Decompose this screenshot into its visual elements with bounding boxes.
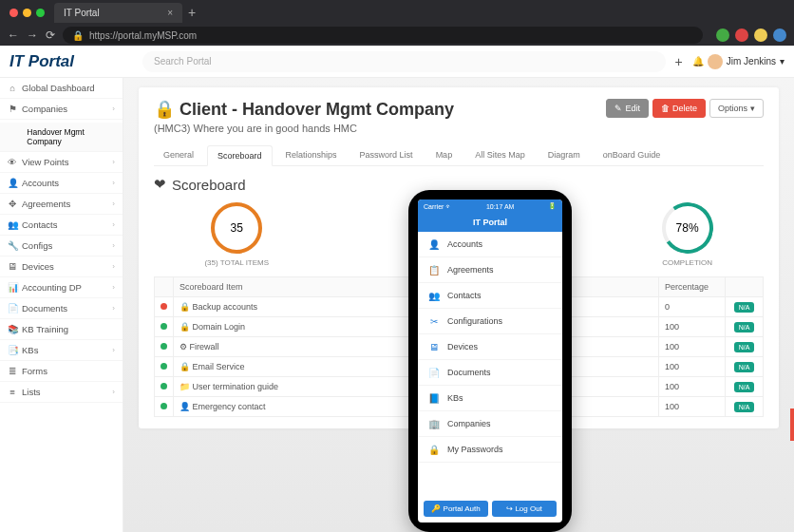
edit-button[interactable]: ✎ Edit: [606, 99, 649, 118]
sidebar-label: Agreements: [22, 199, 70, 209]
address-bar[interactable]: 🔒 https://portal.myMSP.com: [63, 27, 703, 44]
sidebar-item[interactable]: ≡Lists›: [0, 382, 123, 403]
tab-all-sites-map[interactable]: All Sites Map: [465, 145, 535, 165]
sidebar-item[interactable]: 📚KB Training: [0, 319, 123, 340]
sidebar-item[interactable]: 👥Contacts›: [0, 215, 123, 236]
percentage-cell: 100: [659, 337, 726, 357]
sidebar-item[interactable]: 📑KBs›: [0, 340, 123, 361]
tab-diagram[interactable]: Diagram: [539, 145, 590, 165]
chevron-right-icon: ›: [112, 241, 115, 250]
chevron-right-icon: ›: [112, 283, 115, 292]
user-menu[interactable]: 🔔 Jim Jenkins ▾: [692, 54, 785, 69]
search-placeholder: Search Portal: [154, 56, 212, 66]
sidebar-item[interactable]: 🔧Configs›: [0, 236, 123, 256]
chevron-right-icon: ›: [112, 304, 115, 313]
sidebar-label: Devices: [22, 261, 54, 272]
sidebar-item[interactable]: 📄Documents›: [0, 298, 123, 319]
phone-menu-item[interactable]: 🔒My Passwords: [418, 437, 562, 463]
sidebar-item[interactable]: 🖥Devices›: [0, 256, 123, 277]
phone-menu-list: 👤Accounts📋Agreements👥Contacts✂Configurat…: [418, 232, 562, 495]
sidebar-item[interactable]: ≣Forms: [0, 361, 123, 382]
avatar: [708, 54, 723, 69]
sidebar-icon: ✥: [8, 199, 17, 209]
phone-menu-item[interactable]: 📄Documents: [418, 360, 562, 386]
status-dot: [161, 343, 167, 350]
extension-icon[interactable]: [716, 28, 729, 42]
sidebar-icon: 📚: [8, 324, 17, 334]
phone-mockup: Carrier ᯤ10:17 AM🔋 IT Portal 👤Accounts📋A…: [408, 190, 572, 532]
maximize-window-icon[interactable]: [36, 9, 45, 17]
phone-menu-item[interactable]: 📘KBs: [418, 386, 562, 411]
sidebar-icon: 👥: [8, 219, 17, 230]
sidebar-item[interactable]: 👁View Points›: [0, 152, 123, 173]
menu-label: My Passwords: [447, 445, 503, 454]
sidebar-icon: ⌂: [8, 83, 17, 93]
phone-menu-item[interactable]: 🏢Companies: [418, 411, 562, 437]
close-tab-icon[interactable]: ×: [167, 8, 173, 18]
sidebar-label: Global Dashboard: [22, 83, 95, 93]
portal-auth-button[interactable]: 🔑 Portal Auth: [424, 501, 488, 517]
sidebar-item[interactable]: ✥Agreements›: [0, 194, 123, 215]
bell-icon[interactable]: 🔔: [692, 56, 704, 66]
tab-scoreboard[interactable]: Scoreboard: [207, 145, 273, 166]
tab-map[interactable]: Map: [426, 145, 463, 165]
sidebar-label: KBs: [22, 345, 38, 355]
sidebar-icon: ≡: [8, 387, 17, 397]
browser-extensions: [716, 28, 786, 42]
tab-relationships[interactable]: Relationships: [276, 145, 347, 165]
menu-label: Accounts: [447, 239, 482, 249]
minimize-window-icon[interactable]: [23, 9, 31, 17]
sidebar-icon: 📊: [8, 282, 17, 293]
options-button[interactable]: Options ▾: [709, 99, 764, 118]
sidebar-icon: ⚑: [8, 104, 17, 114]
menu-icon: 🖥: [427, 340, 441, 353]
tab-general[interactable]: General: [154, 145, 203, 165]
delete-button[interactable]: 🗑 Delete: [652, 99, 706, 118]
app-logo[interactable]: IT Portal: [9, 52, 133, 71]
sidebar-item[interactable]: ⌂Global Dashboard: [0, 78, 123, 99]
logout-button[interactable]: ↪ Log Out: [492, 501, 557, 517]
add-button[interactable]: +: [675, 54, 683, 69]
table-header: [155, 277, 174, 297]
phone-menu-item[interactable]: ✂Configurations: [418, 309, 562, 334]
sidebar-item[interactable]: ⚑Companies›: [0, 99, 123, 120]
tab-password-list[interactable]: Password List: [350, 145, 423, 165]
menu-icon: 📋: [427, 263, 441, 276]
phone-menu-item[interactable]: 👥Contacts: [418, 283, 562, 309]
chevron-right-icon: ›: [112, 220, 115, 229]
back-icon[interactable]: ←: [8, 28, 19, 42]
sidebar-icon: 👤: [8, 178, 17, 188]
tab-onboard-guide[interactable]: onBoard Guide: [594, 145, 671, 165]
extension-icon[interactable]: [754, 28, 767, 42]
status-dot: [161, 363, 167, 370]
phone-menu-item[interactable]: 🖥Devices: [418, 334, 562, 360]
extension-icon[interactable]: [773, 28, 786, 42]
forward-icon[interactable]: →: [27, 28, 38, 42]
search-input[interactable]: Search Portal: [142, 51, 666, 72]
status-badge: N/A: [734, 362, 755, 372]
sidebar-item[interactable]: 👤Accounts›: [0, 173, 123, 194]
status-badge: N/A: [734, 322, 755, 332]
reload-icon[interactable]: ⟳: [46, 28, 55, 42]
feedback-tab[interactable]: [790, 408, 794, 441]
gauge-ring: 78%: [662, 202, 713, 254]
browser-tab[interactable]: IT Portal ×: [54, 3, 182, 23]
window-controls[interactable]: [9, 9, 45, 17]
sidebar-item[interactable]: Handover Mgmt Company: [0, 123, 123, 152]
menu-label: Agreements: [447, 265, 494, 275]
percentage-cell: 100: [659, 397, 726, 417]
completion-gauge: 78% COMPLETION: [662, 202, 713, 267]
chevron-right-icon: ›: [112, 200, 115, 208]
status-dot: [161, 403, 167, 409]
new-tab-icon[interactable]: +: [188, 5, 196, 20]
phone-menu-item[interactable]: 📋Agreements: [418, 257, 562, 283]
menu-label: Configurations: [447, 316, 502, 326]
sidebar-label: Accounts: [22, 178, 59, 188]
title-text: Client - Handover Mgmt Company: [180, 100, 454, 119]
close-window-icon[interactable]: [9, 9, 18, 17]
phone-menu-item[interactable]: 👤Accounts: [418, 232, 562, 257]
extension-icon[interactable]: [735, 28, 748, 42]
sidebar-label: Handover Mgmt Company: [27, 127, 115, 146]
sidebar-label: View Points: [22, 157, 68, 167]
sidebar-item[interactable]: 📊Accounting DP›: [0, 277, 123, 298]
